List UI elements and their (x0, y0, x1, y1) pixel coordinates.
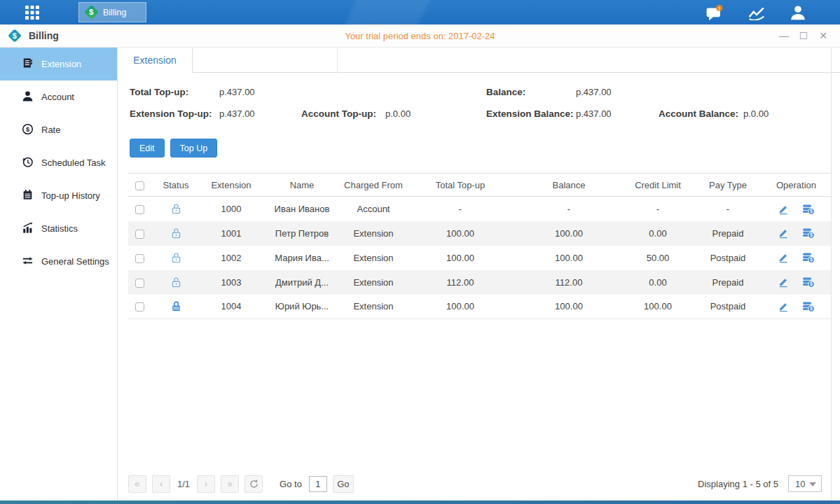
line-chart-glyph (748, 5, 766, 20)
sidebar-item-extension[interactable]: Extension (0, 48, 117, 80)
sidebar-item-statistics[interactable]: Statistics (0, 212, 117, 245)
clock-icon (22, 156, 34, 170)
cell-name: Мария Ива... (261, 246, 343, 270)
bar-chart-icon (22, 222, 34, 236)
cell-total-topup: 100.00 (404, 295, 516, 319)
next-page-button[interactable]: › (197, 475, 215, 493)
row-checkbox[interactable] (135, 254, 144, 263)
cell-pay-type: Postpaid (694, 246, 762, 270)
col-pay-type: Pay Type (694, 174, 762, 197)
edit-row-icon[interactable] (778, 301, 790, 312)
tab-strip: Extension (118, 48, 840, 73)
sidebar-item-top-up-history[interactable]: Top-up History (0, 179, 117, 212)
extension-table: Status Extension Name Charged From Total… (128, 173, 831, 319)
maximize-icon[interactable]: ☐ (798, 31, 809, 41)
row-checkbox[interactable] (135, 230, 144, 239)
goto-page-input[interactable] (309, 476, 327, 492)
top-up-row-icon[interactable]: $ (802, 204, 815, 215)
chat-bubble-glyph: ! (705, 5, 724, 22)
app-grid-icon[interactable] (17, 0, 48, 24)
top-up-row-icon[interactable]: $ (802, 301, 815, 312)
cell-charged-from: Extension (343, 221, 404, 246)
user-account-icon[interactable] (790, 5, 808, 20)
table-row: 1003 Дмитрий Д... Extension 112.00 112.0… (128, 270, 831, 295)
cell-total-topup: 100.00 (404, 221, 516, 246)
sidebar: Extension Account $ Rate Scheduled Task … (0, 48, 118, 500)
edit-row-icon[interactable] (778, 252, 790, 263)
svg-text:$: $ (810, 258, 813, 263)
cell-name: Петр Петров (261, 221, 343, 246)
cell-pay-type: Prepaid (694, 270, 762, 295)
account-balance-value: p.0.00 (743, 108, 769, 119)
billing-summary: Total Top-up: p.437.00 Balance: p.437.00… (118, 85, 840, 130)
billing-window-icon: $ (8, 29, 22, 43)
table-row: 1004 Юрий Юрь... Extension 100.00 100.00… (128, 295, 831, 319)
row-checkbox[interactable] (135, 279, 144, 288)
balance-label: Balance: (486, 87, 525, 97)
dollar-circle-icon: $ (22, 123, 34, 137)
table-header-row: Status Extension Name Charged From Total… (128, 174, 831, 197)
page-indicator: 1/1 (177, 479, 190, 489)
unlocked-status-icon (170, 252, 182, 264)
taskbar-tab-label: Billing (103, 8, 126, 18)
tab-extension[interactable]: Extension (118, 48, 193, 73)
table-row: 1002 Мария Ива... Extension 100.00 100.0… (128, 246, 831, 270)
cell-charged-from: Extension (343, 295, 404, 319)
statistics-chart-icon[interactable] (748, 5, 766, 20)
row-checkbox[interactable] (135, 302, 144, 312)
extension-topup-label: Extension Top-up: (130, 108, 212, 119)
extension-balance-value: p.437.00 (576, 108, 612, 119)
edit-row-icon[interactable] (778, 227, 790, 239)
cell-name: Иван Иванов (261, 197, 343, 221)
cell-balance: 100.00 (516, 246, 621, 270)
col-charged-from: Charged From (343, 174, 404, 197)
page-size-select[interactable]: 10 (788, 475, 822, 492)
chevron-down-icon (809, 482, 816, 486)
sidebar-item-account[interactable]: Account (0, 80, 117, 113)
cell-extension: 1004 (201, 295, 261, 319)
cell-extension: 1001 (201, 221, 261, 246)
top-up-row-icon[interactable]: $ (802, 252, 815, 263)
close-icon[interactable]: ✕ (818, 31, 829, 41)
cell-credit-limit: 0.00 (621, 270, 694, 295)
first-page-button[interactable]: « (128, 475, 146, 493)
pagination-bar: « ‹ 1/1 › » Go to Go Displaying 1 - 5 of… (128, 474, 822, 493)
cell-balance: 100.00 (516, 221, 621, 246)
top-up-row-icon[interactable]: $ (802, 227, 815, 239)
cell-pay-type: - (694, 197, 762, 221)
cell-balance: 100.00 (516, 295, 621, 319)
notebook-icon (22, 189, 34, 203)
select-all-checkbox[interactable] (135, 181, 144, 190)
window-controls: — ☐ ✕ (778, 31, 829, 41)
top-up-row-icon[interactable]: $ (802, 276, 815, 288)
prev-page-button[interactable]: ‹ (152, 475, 170, 493)
go-button[interactable]: Go (333, 475, 354, 493)
svg-text:$: $ (810, 209, 813, 214)
window-title: Billing (29, 30, 59, 41)
minimize-icon[interactable]: — (778, 31, 790, 41)
edit-button[interactable]: Edit (130, 139, 165, 158)
cell-total-topup: 100.00 (404, 246, 516, 270)
edit-row-icon[interactable] (778, 204, 790, 215)
last-page-button[interactable]: » (221, 475, 239, 493)
total-topup-value: p.437.00 (219, 87, 255, 97)
sidebar-item-scheduled-task[interactable]: Scheduled Task (0, 146, 117, 179)
notifications-chat-icon[interactable]: ! (705, 5, 724, 20)
action-buttons: Edit Top Up (130, 139, 840, 158)
topbar-actions: ! (705, 5, 808, 20)
refresh-button[interactable] (245, 475, 263, 493)
displaying-info: Displaying 1 - 5 of 5 (698, 479, 778, 489)
person-icon (22, 90, 34, 104)
cell-credit-limit: 100.00 (621, 295, 694, 319)
sidebar-item-general-settings[interactable]: General Settings (0, 245, 117, 278)
cell-charged-from: Extension (343, 270, 404, 295)
sidebar-item-rate[interactable]: $ Rate (0, 113, 117, 146)
cell-credit-limit: - (621, 197, 694, 221)
top-up-button[interactable]: Top Up (170, 139, 218, 158)
taskbar-tab-billing[interactable]: $ Billing (78, 2, 146, 22)
edit-row-icon[interactable] (778, 276, 790, 288)
trial-notice: Your trial period ends on: 2017-02-24 (345, 31, 495, 41)
row-checkbox[interactable] (135, 205, 144, 214)
locked-status-icon (170, 300, 182, 312)
cell-charged-from: Account (343, 197, 404, 221)
